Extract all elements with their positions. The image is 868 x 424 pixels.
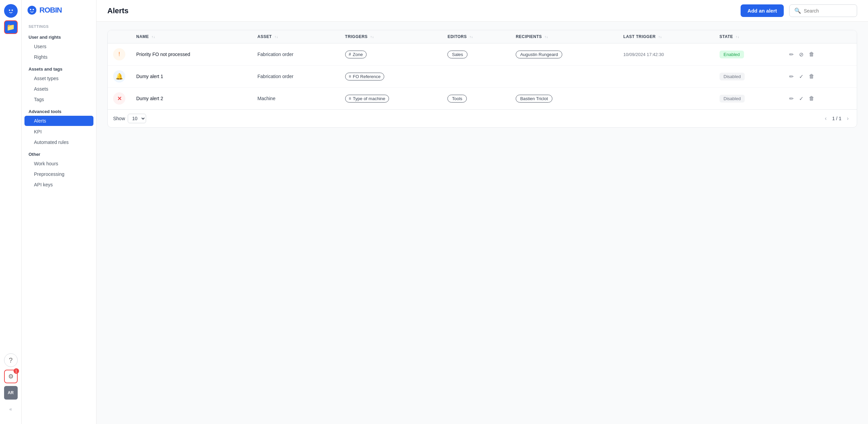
sort-triggers-icon[interactable]: ↑↓ xyxy=(370,35,374,39)
recipient-pill: Bastien Triclot xyxy=(516,95,552,103)
edit-button[interactable]: ✏ xyxy=(787,50,796,59)
svg-point-4 xyxy=(30,9,31,10)
brand-name: ROBIN xyxy=(39,6,62,15)
row-triggers-cell: ≡ Type of machine xyxy=(340,88,442,110)
search-icon: 🔍 xyxy=(794,7,801,14)
settings-icon-btn[interactable]: ⚙ 1 xyxy=(4,370,18,383)
sidebar-item-users[interactable]: Users xyxy=(24,41,93,52)
table-row: ✕ Dumy alert 2 Machine ≡ Type of machine xyxy=(108,88,857,110)
svg-point-3 xyxy=(28,6,36,15)
add-alert-button[interactable]: Add an alert xyxy=(741,4,784,17)
alert-asset: Machine xyxy=(258,96,276,101)
recipient-pill: Augustin Rungeard xyxy=(516,51,562,58)
disable-button[interactable]: ⊘ xyxy=(797,50,805,59)
col-state: STATE ↑↓ xyxy=(714,30,782,43)
sort-asset-icon[interactable]: ↑↓ xyxy=(274,35,278,39)
group-label-advanced-tools: Advanced tools xyxy=(22,105,96,115)
enable-button[interactable]: ✓ xyxy=(797,94,805,103)
state-badge: Enabled xyxy=(720,51,744,58)
sidebar-item-assets[interactable]: Assets xyxy=(24,84,93,94)
edit-button[interactable]: ✏ xyxy=(787,72,796,81)
show-label: Show xyxy=(113,116,125,121)
group-label-other: Other xyxy=(22,148,96,158)
col-triggers: TRIGGERS ↑↓ xyxy=(340,30,442,43)
delete-button[interactable]: 🗑 xyxy=(807,94,816,103)
state-badge: Disabled xyxy=(720,73,745,80)
row-actions: ✏ ⊘ 🗑 xyxy=(787,50,851,59)
alert-asset: Fabrication order xyxy=(258,74,294,79)
sort-recipients-icon[interactable]: ↑↓ xyxy=(545,35,548,39)
col-icon xyxy=(108,30,131,43)
col-last-trigger: LAST TRIGGER ↑↓ xyxy=(618,30,714,43)
table-footer: Show 10 25 50 ‹ 1 / 1 › xyxy=(108,109,857,127)
sidebar-item-preprocessing[interactable]: Preprocessing xyxy=(24,169,93,179)
sidebar-item-api-keys[interactable]: API keys xyxy=(24,180,93,190)
row-actions: ✏ ✓ 🗑 xyxy=(787,72,851,81)
group-label-assets-tags: Assets and tags xyxy=(22,62,96,73)
page-header: Alerts Add an alert 🔍 xyxy=(96,0,868,22)
alert-name: Priority FO not processed xyxy=(136,52,190,57)
row-icon-cell: ✕ xyxy=(108,88,131,110)
folder-icon-btn[interactable]: 📁 xyxy=(4,20,18,34)
row-state-cell: Enabled xyxy=(714,43,782,66)
sort-name-icon[interactable]: ↑↓ xyxy=(152,35,155,39)
sidebar-item-alerts[interactable]: Alerts xyxy=(24,116,93,126)
sort-state-icon[interactable]: ↑↓ xyxy=(736,35,740,39)
sidebar-item-automated-rules[interactable]: Automated rules xyxy=(24,137,93,147)
svg-point-1 xyxy=(9,10,10,11)
col-editors: EDITORS ↑↓ xyxy=(442,30,510,43)
page-title: Alerts xyxy=(107,6,128,15)
alerts-table-container: NAME ↑↓ ASSET ↑↓ TRIGGERS ↑↓ EDITORS xyxy=(107,30,857,128)
sort-last-trigger-icon[interactable]: ↑↓ xyxy=(658,35,662,39)
sidebar-item-tags[interactable]: Tags xyxy=(24,94,93,105)
row-recipients-cell: Augustin Rungeard xyxy=(510,43,618,66)
app-logo[interactable] xyxy=(4,4,18,18)
show-select[interactable]: 10 25 50 xyxy=(128,114,146,123)
main-content: Alerts Add an alert 🔍 NAME ↑↓ xyxy=(96,0,868,424)
edit-button[interactable]: ✏ xyxy=(787,94,796,103)
header-actions: Add an alert 🔍 xyxy=(741,4,857,17)
prev-page-button[interactable]: ‹ xyxy=(822,114,829,123)
alerts-table: NAME ↑↓ ASSET ↑↓ TRIGGERS ↑↓ EDITORS xyxy=(108,30,857,109)
row-asset-cell: Machine xyxy=(252,88,340,110)
trigger-label: Zone xyxy=(353,52,363,57)
svg-point-0 xyxy=(6,6,15,15)
row-name-cell: Dumy alert 1 xyxy=(131,66,252,88)
delete-button[interactable]: 🗑 xyxy=(807,72,816,81)
col-asset: ASSET ↑↓ xyxy=(252,30,340,43)
next-page-button[interactable]: › xyxy=(844,114,851,123)
sidebar-item-rights[interactable]: Rights xyxy=(24,52,93,62)
sidebar-item-work-hours[interactable]: Work hours xyxy=(24,159,93,169)
editor-pill: Sales xyxy=(447,51,467,58)
col-name: NAME ↑↓ xyxy=(131,30,252,43)
trigger-pill: ≡ FO Reference xyxy=(345,73,385,80)
content-area: NAME ↑↓ ASSET ↑↓ TRIGGERS ↑↓ EDITORS xyxy=(96,22,868,424)
page-info: 1 / 1 xyxy=(832,116,841,121)
row-editors-cell: Tools xyxy=(442,88,510,110)
row-asset-cell: Fabrication order xyxy=(252,66,340,88)
help-icon-btn[interactable]: ? xyxy=(4,353,18,367)
trigger-icon: ≡ xyxy=(349,96,351,101)
search-input[interactable] xyxy=(804,8,851,14)
row-last-trigger-cell xyxy=(618,88,714,110)
row-state-cell: Disabled xyxy=(714,66,782,88)
svg-point-5 xyxy=(33,9,34,10)
col-actions xyxy=(782,30,857,43)
sidebar-item-asset-types[interactable]: Asset types xyxy=(24,73,93,84)
row-icon-cell: ! xyxy=(108,43,131,66)
pagination: ‹ 1 / 1 › xyxy=(822,114,851,123)
delete-button[interactable]: 🗑 xyxy=(807,50,816,59)
collapse-sidebar-btn[interactable]: « xyxy=(4,402,18,416)
badge-num-1: 1 xyxy=(14,368,19,374)
sidebar-item-kpi[interactable]: KPI xyxy=(24,127,93,137)
user-avatar[interactable]: AR xyxy=(4,386,18,400)
row-last-trigger-cell: 10/09/2024 17:42:30 xyxy=(618,43,714,66)
row-editors-cell xyxy=(442,66,510,88)
svg-point-2 xyxy=(12,10,13,11)
alert-icon-error: ✕ xyxy=(113,92,125,105)
row-actions: ✏ ✓ 🗑 xyxy=(787,94,851,103)
row-state-cell: Disabled xyxy=(714,88,782,110)
sidebar-logo-icon xyxy=(27,5,37,15)
enable-button[interactable]: ✓ xyxy=(797,72,805,81)
sort-editors-icon[interactable]: ↑↓ xyxy=(470,35,473,39)
